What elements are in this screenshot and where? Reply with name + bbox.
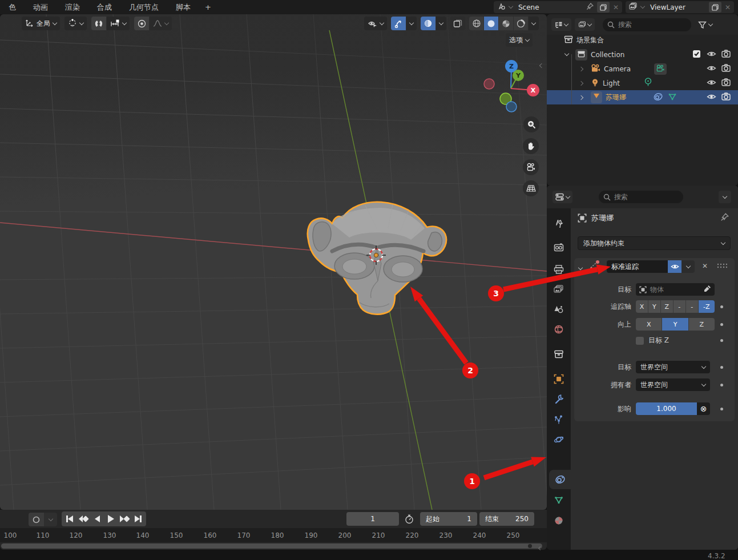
expand-chevron-icon[interactable] xyxy=(579,95,583,99)
tab-collection[interactable] xyxy=(547,344,571,364)
viewlayer-field[interactable]: ViewLayer ✕ xyxy=(626,1,734,13)
workspace-tab-scripting[interactable]: 脚本 xyxy=(167,0,199,14)
add-constraint-dropdown[interactable]: 添加物体约束 xyxy=(578,236,731,250)
new-scene-button[interactable] xyxy=(597,2,610,13)
frame-end-field[interactable]: 结束250 xyxy=(479,512,534,526)
jump-to-start-button[interactable] xyxy=(63,512,76,526)
panel-collapse-chevron[interactable] xyxy=(579,263,582,271)
influence-slider[interactable]: 1.000 xyxy=(636,402,697,415)
outliner-filter-id-dropdown[interactable] xyxy=(575,18,595,31)
eyedropper-icon[interactable] xyxy=(704,285,711,294)
transform-orientation-dropdown[interactable]: 全局 xyxy=(22,17,60,30)
tab-view-layer[interactable] xyxy=(547,280,571,299)
light-data-icon[interactable] xyxy=(644,78,652,88)
prev-keyframe-button[interactable] xyxy=(76,512,90,526)
tab-render[interactable] xyxy=(547,238,571,257)
track-axis-neg-z-selected[interactable]: -Z xyxy=(699,300,715,313)
collection-checkbox[interactable] xyxy=(692,50,701,60)
jump-to-end-button[interactable] xyxy=(131,512,145,526)
delete-constraint-button[interactable]: ✕ xyxy=(702,262,708,270)
timeline-ruler[interactable]: 100 110 120 130 140 150 160 170 180 190 … xyxy=(0,528,547,542)
collection-row[interactable]: Collection xyxy=(547,47,738,62)
expand-chevron-icon[interactable] xyxy=(579,80,583,85)
pan-button[interactable] xyxy=(523,138,539,154)
gizmo-dropdown[interactable] xyxy=(406,17,417,30)
tab-particles[interactable] xyxy=(547,410,571,429)
outliner-display-mode-dropdown[interactable] xyxy=(551,18,571,31)
disable-render-camera-icon[interactable] xyxy=(721,50,731,59)
track-axis-z[interactable]: Z xyxy=(661,300,674,313)
workspace-tab-animation[interactable]: 动画 xyxy=(25,0,57,14)
show-overlays-toggle[interactable] xyxy=(421,17,435,30)
tab-physics[interactable] xyxy=(547,430,571,449)
tab-output[interactable] xyxy=(547,260,571,279)
shading-material-button[interactable] xyxy=(499,17,513,30)
properties-search-input[interactable]: 搜索 xyxy=(599,191,683,203)
animate-dot[interactable] xyxy=(720,384,723,386)
timeline-scrollbar[interactable] xyxy=(1,543,542,549)
tab-material[interactable] xyxy=(547,511,571,530)
animate-dot[interactable] xyxy=(720,408,723,410)
tab-world[interactable] xyxy=(547,320,571,339)
disable-render-camera-icon[interactable] xyxy=(721,64,731,74)
up-axis-z[interactable]: Z xyxy=(689,318,715,331)
selectability-visibility-dropdown[interactable] xyxy=(364,17,387,30)
shading-wireframe-button[interactable] xyxy=(469,17,483,30)
scrollbar-arrow[interactable] xyxy=(539,543,542,551)
influence-clear-button[interactable]: ⊗ xyxy=(697,402,710,415)
camera-view-button[interactable] xyxy=(523,159,539,175)
orthographic-toggle-button[interactable] xyxy=(523,180,539,196)
zoom-button[interactable] xyxy=(523,116,539,132)
light-object-row[interactable]: Light xyxy=(547,76,738,90)
scene-collection-row[interactable]: 场景集合 xyxy=(547,33,738,47)
frame-start-field[interactable]: 起始1 xyxy=(420,512,477,526)
camera-object-row[interactable]: Camera xyxy=(547,62,738,76)
new-viewlayer-button[interactable] xyxy=(709,2,721,13)
outliner-filter-dropdown[interactable] xyxy=(698,21,712,29)
hide-eye-icon[interactable] xyxy=(707,65,716,74)
animate-dot[interactable] xyxy=(720,305,723,308)
tab-tool[interactable] xyxy=(547,214,571,233)
scrollbar-handle-dot[interactable] xyxy=(528,544,532,548)
track-axis-neg-x[interactable]: - xyxy=(674,300,686,313)
tab-object-data[interactable] xyxy=(547,490,571,510)
track-axis-x[interactable]: X xyxy=(636,300,648,313)
auto-keying-dropdown[interactable] xyxy=(44,513,57,526)
owner-space-dropdown[interactable]: 世界空间 xyxy=(636,378,710,391)
drag-handle-icon[interactable] xyxy=(717,263,727,271)
auto-keying-toggle[interactable] xyxy=(29,513,44,526)
target-z-checkbox[interactable] xyxy=(636,337,644,345)
snap-toggle-button[interactable] xyxy=(91,17,106,30)
close-icon[interactable]: ✕ xyxy=(725,3,731,11)
animate-dot[interactable] xyxy=(720,366,723,369)
current-frame-field[interactable]: 1 xyxy=(346,512,399,526)
tab-modifiers[interactable] xyxy=(547,389,571,409)
show-gizmo-toggle[interactable] xyxy=(391,17,406,30)
up-axis-y-selected[interactable]: Y xyxy=(662,318,688,331)
tab-object-constraints-selected[interactable] xyxy=(549,470,571,489)
animate-dot[interactable] xyxy=(720,323,723,326)
pivot-point-dropdown[interactable] xyxy=(64,17,87,30)
constraint-enable-eye-toggle[interactable] xyxy=(668,260,681,273)
animate-dot[interactable] xyxy=(720,339,723,342)
collapse-chevron-icon[interactable] xyxy=(564,51,569,56)
snap-target-dropdown[interactable] xyxy=(107,17,130,30)
hide-eye-icon[interactable] xyxy=(707,50,716,59)
disable-render-camera-icon[interactable] xyxy=(721,92,731,102)
up-axis-x[interactable]: X xyxy=(636,318,662,331)
hide-eye-icon[interactable] xyxy=(707,93,716,102)
close-icon[interactable]: ✕ xyxy=(613,3,619,11)
target-object-field[interactable]: 物体 xyxy=(636,283,715,296)
constraint-badge-icon[interactable] xyxy=(653,92,663,103)
overlays-dropdown[interactable] xyxy=(436,17,446,30)
add-workspace-button[interactable]: + xyxy=(199,0,217,14)
expand-chevron-icon[interactable] xyxy=(579,66,583,71)
target-space-dropdown[interactable]: 世界空间 xyxy=(636,361,710,373)
constraint-name-field[interactable]: 标准追踪 xyxy=(607,260,668,273)
disable-render-camera-icon[interactable] xyxy=(721,78,731,88)
use-preview-range-toggle[interactable] xyxy=(401,512,417,526)
workspace-tab-rendering[interactable]: 渲染 xyxy=(57,0,88,14)
shading-dropdown[interactable] xyxy=(529,17,539,30)
workspace-tab-compositing[interactable]: 合成 xyxy=(88,0,120,14)
tab-scene[interactable] xyxy=(547,300,571,319)
